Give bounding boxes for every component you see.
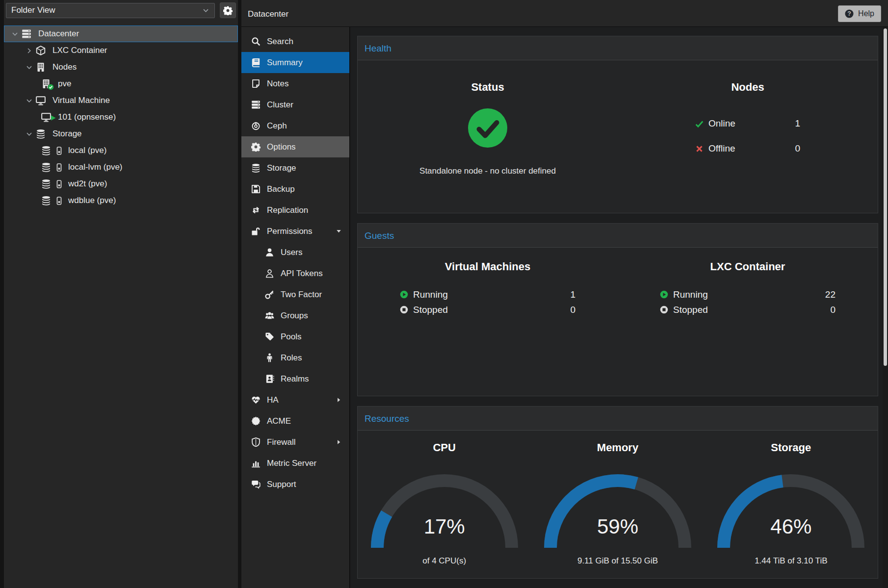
tree-item-storage-wdblue[interactable]: wdblue (pve) <box>4 192 238 209</box>
caret-right-icon[interactable] <box>336 439 342 445</box>
menu-item-search[interactable]: Search <box>241 31 349 52</box>
key-icon <box>265 290 274 299</box>
vm-stopped-label: Stopped <box>413 305 448 315</box>
status-message: Standalone node - no cluster defined <box>358 166 618 176</box>
shield-icon <box>251 437 261 447</box>
menu-item-firewall[interactable]: Firewall <box>241 432 349 453</box>
storage-detail: 1.44 TiB of 3.10 TiB <box>705 556 878 566</box>
guests-lxc-column: LXC Container Running 22 Stopped 0 <box>618 248 878 317</box>
menu-item-ceph[interactable]: Ceph <box>241 115 349 136</box>
stopped-badge-icon <box>400 306 408 314</box>
menu-item-backup[interactable]: Backup <box>241 179 349 200</box>
caret-right-icon[interactable] <box>336 397 342 403</box>
datacenter-icon <box>22 29 31 39</box>
nodes-online-row: Online 1 <box>695 116 800 131</box>
menu-item-users[interactable]: Users <box>241 242 349 263</box>
notes-icon <box>251 79 261 88</box>
expander-icon[interactable] <box>26 130 33 138</box>
vm-running-label: Running <box>413 289 448 300</box>
vm-stopped-row: Stopped 0 <box>400 302 575 317</box>
menu-item-pools[interactable]: Pools <box>241 326 349 347</box>
vm-running-value: 1 <box>570 289 575 300</box>
tree-item-label: 101 (opnsense) <box>58 112 116 122</box>
tree-item-storage-wd2t[interactable]: wd2t (pve) <box>4 176 238 192</box>
menu-item-api-tokens[interactable]: API Tokens <box>241 263 349 284</box>
running-badge-icon <box>660 290 668 299</box>
tree-item-storage[interactable]: Storage <box>4 126 238 142</box>
lxc-heading: LXC Container <box>618 260 878 273</box>
ceph-icon <box>251 121 261 130</box>
tree-item-label: wd2t (pve) <box>68 179 107 189</box>
help-button-label: Help <box>858 9 874 18</box>
nodes-heading: Nodes <box>618 81 878 94</box>
menu-item-replication[interactable]: Replication <box>241 200 349 221</box>
tree-item-nodes[interactable]: Nodes <box>4 59 238 76</box>
menu-item-permissions[interactable]: Permissions <box>241 221 349 242</box>
scrollbar-thumb[interactable] <box>884 28 887 366</box>
menu-item-notes[interactable]: Notes <box>241 73 349 94</box>
menu-item-roles[interactable]: Roles <box>241 347 349 368</box>
lxc-running-value: 22 <box>825 289 836 300</box>
menu-item-two-factor[interactable]: Two Factor <box>241 284 349 305</box>
menu-item-label: Groups <box>281 311 308 321</box>
nodes-offline-row: Offline 0 <box>695 141 800 156</box>
lxc-stopped-row: Stopped 0 <box>660 302 836 317</box>
menu-item-label: Backup <box>267 184 295 194</box>
view-mode-select[interactable]: Folder View <box>6 3 215 18</box>
tree-item-vm-101[interactable]: 101 (opnsense) <box>4 109 238 126</box>
cpu-gauge-column: CPU 17% of 4 CPU(s) <box>358 431 531 566</box>
lxc-cube-icon <box>36 46 46 55</box>
menu-item-support[interactable]: Support <box>241 474 349 495</box>
tree-item-datacenter[interactable]: Datacenter <box>4 26 238 42</box>
tree-item-storage-local-lvm[interactable]: local-lvm (pve) <box>4 159 238 176</box>
caret-down-icon[interactable] <box>336 228 342 234</box>
tree-item-label: wdblue (pve) <box>68 196 116 205</box>
menu-item-metric-server[interactable]: Metric Server <box>241 453 349 474</box>
summary-content: Health Status Standalone node - no clust… <box>350 27 888 588</box>
menu-item-summary[interactable]: Summary <box>241 52 349 73</box>
menu-item-ha[interactable]: HA <box>241 389 349 410</box>
group-icon <box>265 311 274 320</box>
expander-icon[interactable] <box>26 97 33 104</box>
menu-item-realms[interactable]: Realms <box>241 368 349 389</box>
memory-percent: 59% <box>544 515 692 538</box>
cpu-heading: CPU <box>358 441 531 454</box>
tree-item-label: local-lvm (pve) <box>68 162 123 172</box>
cross-icon <box>695 145 704 153</box>
comments-icon <box>251 480 261 489</box>
menu-item-label: Metric Server <box>267 459 316 468</box>
vm-stopped-value: 0 <box>570 305 575 315</box>
memory-gauge: 59% <box>544 474 692 548</box>
storage-percent: 46% <box>717 515 865 538</box>
menu-item-acme[interactable]: ACME <box>241 410 349 432</box>
menu-item-groups[interactable]: Groups <box>241 305 349 326</box>
lxc-running-row: Running 22 <box>660 287 836 302</box>
expander-icon[interactable] <box>26 64 33 71</box>
menu-item-cluster[interactable]: Cluster <box>241 94 349 115</box>
heartbeat-icon <box>251 395 261 405</box>
tree-settings-button[interactable] <box>220 2 236 18</box>
menu-item-label: Permissions <box>267 227 313 236</box>
proxmox-datacenter-app: Folder View Datacenter LXC Container N <box>0 0 888 588</box>
help-button[interactable]: ? Help <box>838 5 881 22</box>
tree-item-lxc-container[interactable]: LXC Container <box>4 42 238 59</box>
tree-item-label: pve <box>58 79 71 89</box>
tree-item-storage-local[interactable]: local (pve) <box>4 142 238 159</box>
tree-item-pve[interactable]: pve <box>4 76 238 92</box>
menu-item-options[interactable]: Options <box>241 136 349 157</box>
running-play-icon <box>50 115 56 121</box>
nodes-online-label: Online <box>708 118 735 129</box>
menu-item-storage[interactable]: Storage <box>241 157 349 179</box>
expander-icon[interactable] <box>26 47 33 54</box>
svg-text:?: ? <box>847 10 851 17</box>
content-scrollbar[interactable] <box>883 27 888 588</box>
resource-tree-panel: Folder View Datacenter LXC Container N <box>4 0 238 588</box>
expander-icon[interactable] <box>11 30 19 38</box>
storage-db-icon <box>41 196 51 205</box>
menu-item-label: Users <box>281 248 302 257</box>
tree-item-virtual-machine[interactable]: Virtual Machine <box>4 92 238 109</box>
guests-vm-column: Virtual Machines Running 1 Stopped 0 <box>358 248 618 317</box>
search-icon <box>251 37 261 46</box>
top-bar: Datacenter ? Help <box>241 0 888 27</box>
online-badge-icon <box>48 84 54 90</box>
